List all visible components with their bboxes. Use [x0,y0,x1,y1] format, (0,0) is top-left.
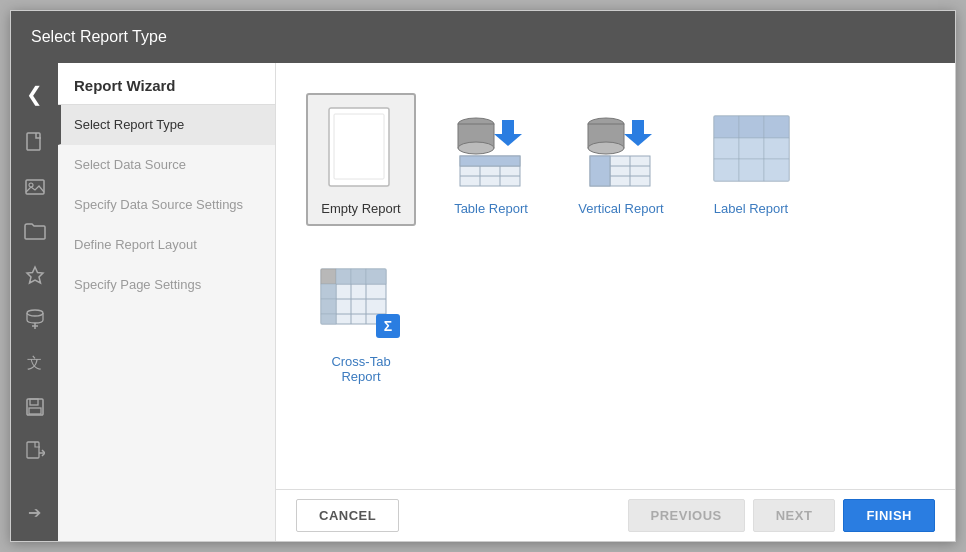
sidebar-item-text[interactable]: 文 [14,342,56,384]
svg-marker-3 [27,267,43,283]
wizard-step-page-settings: Specify Page Settings [58,265,275,305]
wizard-step-define-layout: Define Report Layout [58,225,275,265]
report-type-empty[interactable]: Empty Report [306,93,416,226]
cancel-button[interactable]: CANCEL [296,499,399,532]
footer-left: CANCEL [296,499,399,532]
svg-rect-9 [29,408,41,414]
vertical-report-label: Vertical Report [578,201,663,216]
arrow-right-icon: ➔ [28,503,41,522]
svg-rect-10 [27,442,39,458]
image-icon [25,177,45,197]
sidebar-item-arrow[interactable]: ➔ [14,491,56,533]
report-type-crosstab[interactable]: Σ Cross-Tab Report [306,246,416,394]
text-icon: 文 [27,354,42,373]
dialog-footer: CANCEL PREVIOUS NEXT FINISH [276,489,955,541]
svg-rect-0 [27,133,40,150]
svg-point-4 [27,310,43,316]
svg-rect-43 [764,116,789,138]
sidebar-item-image[interactable] [14,166,56,208]
svg-rect-47 [714,159,739,181]
sidebar-item-folder[interactable] [14,210,56,252]
table-report-label: Table Report [454,201,528,216]
sidebar-item-datasource[interactable] [14,298,56,340]
folder-icon [24,222,46,240]
wizard-step-specify-data-source: Specify Data Source Settings [58,185,275,225]
svg-rect-59 [351,269,366,284]
dialog-body: ❮ [11,63,955,541]
svg-point-27 [588,142,624,154]
dialog-header: Select Report Type [11,11,955,63]
sidebar-icons-panel: ❮ [11,63,58,541]
svg-rect-42 [739,116,764,138]
vertical-report-icon [576,103,666,193]
back-button[interactable]: ❮ [14,73,56,115]
finish-button[interactable]: FINISH [843,499,935,532]
empty-report-label: Empty Report [321,201,400,216]
svg-rect-13 [334,114,384,179]
label-report-icon [706,103,796,193]
svg-rect-41 [714,116,739,138]
sidebar-item-star[interactable] [14,254,56,296]
sidebar-item-save[interactable] [14,386,56,428]
svg-rect-61 [321,284,336,299]
wizard-step-select-report-type[interactable]: Select Report Type [58,105,275,145]
sidebar-item-export[interactable] [14,430,56,472]
svg-rect-57 [321,269,336,284]
svg-rect-48 [739,159,764,181]
svg-rect-46 [764,138,789,159]
svg-text:Σ: Σ [384,318,392,334]
previous-button[interactable]: PREVIOUS [628,499,745,532]
svg-rect-1 [26,180,44,194]
svg-rect-58 [336,269,351,284]
label-report-label: Label Report [714,201,788,216]
footer-right: PREVIOUS NEXT FINISH [628,499,935,532]
svg-rect-45 [739,138,764,159]
star-icon [25,265,45,285]
table-report-icon [446,103,536,193]
svg-rect-35 [590,156,610,186]
next-button[interactable]: NEXT [753,499,836,532]
wizard-step-select-data-source: Select Data Source [58,145,275,185]
save-icon [25,397,45,417]
dialog-title: Select Report Type [31,28,167,46]
crosstab-report-icon: Σ [316,256,406,346]
svg-rect-60 [366,269,386,284]
sidebar-item-file[interactable] [14,122,56,164]
svg-rect-24 [460,156,520,166]
crosstab-report-label: Cross-Tab Report [316,354,406,384]
report-type-table[interactable]: Table Report [436,93,546,226]
export-icon [25,440,45,462]
back-chevron-icon: ❮ [26,82,43,106]
svg-point-16 [458,142,494,154]
main-content-panel: Empty Report [276,63,955,541]
wizard-steps-panel: Report Wizard Select Report Type Select … [58,63,276,541]
file-icon [25,132,45,154]
report-wizard-dialog: Select Report Type ❮ [10,10,956,542]
svg-rect-49 [764,159,789,181]
svg-rect-44 [714,138,739,159]
report-type-vertical[interactable]: Vertical Report [566,93,676,226]
svg-rect-18 [502,120,514,136]
report-type-label[interactable]: Label Report [696,93,806,226]
svg-rect-29 [632,120,644,136]
report-type-grid: Empty Report [276,63,955,489]
empty-report-icon [316,103,406,193]
wizard-title: Report Wizard [58,63,275,105]
svg-rect-8 [30,399,38,405]
svg-rect-63 [321,314,336,324]
database-add-icon [25,308,45,330]
svg-rect-62 [321,299,336,314]
